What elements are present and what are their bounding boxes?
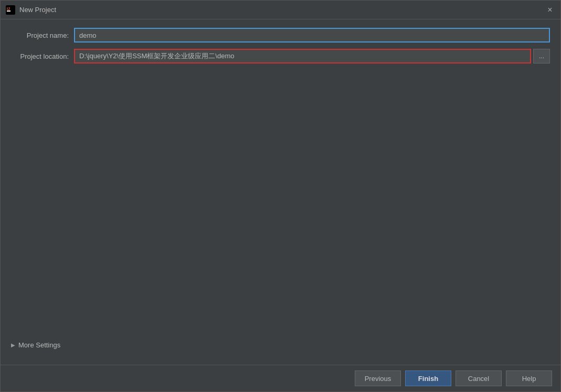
svg-rect-1 [7, 10, 10, 12]
cancel-button[interactable]: Cancel [456, 370, 502, 386]
project-name-label: Project name: [11, 31, 74, 39]
dialog-title: New Project [19, 6, 56, 14]
help-button[interactable]: Help [506, 370, 552, 386]
project-name-input-wrapper [74, 28, 550, 43]
more-settings-label: More Settings [18, 341, 60, 349]
more-settings-toggle[interactable]: ▶ More Settings [11, 338, 550, 352]
previous-button[interactable]: Previous [355, 370, 401, 386]
close-button[interactable]: × [545, 5, 555, 15]
expand-arrow-icon: ▶ [11, 342, 15, 348]
project-name-input[interactable] [74, 28, 550, 43]
project-location-input-wrapper: ... [74, 49, 550, 63]
title-bar-left: IJ New Project [6, 5, 56, 15]
project-location-row: Project location: ... [11, 49, 550, 63]
dialog-body: Project name: Project location: ... ▶ Mo… [1, 19, 560, 365]
project-name-row: Project name: [11, 28, 550, 43]
browse-button[interactable]: ... [533, 49, 550, 63]
dialog-footer: Previous Finish Cancel Help [1, 365, 560, 391]
intellij-icon: IJ [6, 5, 15, 15]
svg-text:IJ: IJ [7, 7, 10, 10]
title-bar: IJ New Project × [1, 1, 560, 19]
finish-button[interactable]: Finish [405, 370, 451, 386]
project-location-label: Project location: [11, 52, 74, 60]
spacer [11, 70, 550, 338]
new-project-dialog: IJ New Project × Project name: Project l… [0, 0, 561, 392]
project-location-input[interactable] [74, 49, 531, 63]
